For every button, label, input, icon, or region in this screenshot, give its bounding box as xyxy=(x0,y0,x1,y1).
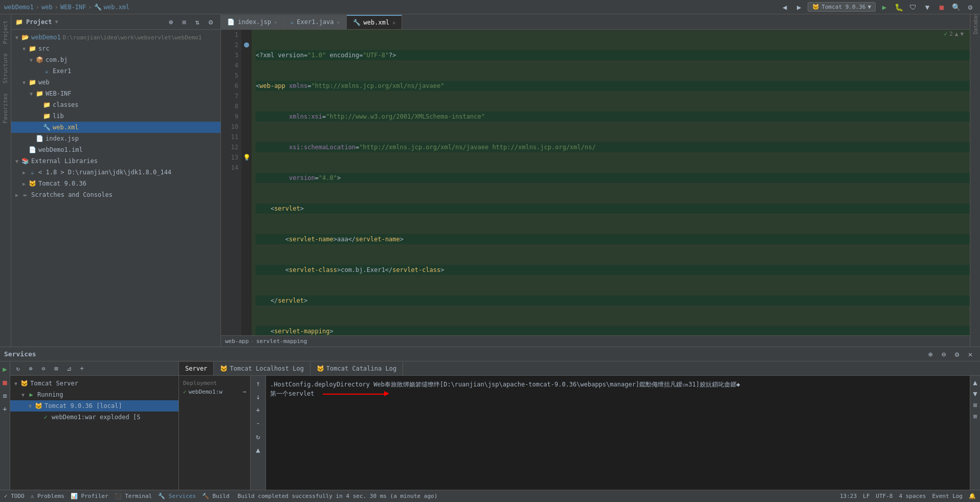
search-button[interactable]: 🔍 xyxy=(950,2,962,13)
breakpoint-marker[interactable] xyxy=(244,42,249,48)
tree-item-webxml[interactable]: 🔧 web.xml xyxy=(11,122,220,133)
run-service-button[interactable]: ▶ xyxy=(0,363,11,375)
settings-icon[interactable]: ⚙ xyxy=(205,16,216,28)
deploy-add-btn[interactable]: + xyxy=(253,404,264,416)
tree-item-web[interactable]: ▼ 📁 web xyxy=(11,77,220,88)
event-log[interactable]: Event Log xyxy=(932,493,963,499)
add-icon[interactable]: ⊕ xyxy=(165,16,176,28)
tab-exer1java[interactable]: ☕ Exer1.java ✕ xyxy=(284,15,347,29)
settings-button[interactable]: ⚙ xyxy=(965,2,976,13)
indent[interactable]: 4 spaces xyxy=(899,493,926,499)
stop-service-button[interactable]: ■ xyxy=(0,377,11,388)
deploy-refresh-btn[interactable]: ↻ xyxy=(253,431,264,442)
group-btn[interactable]: ⊞ xyxy=(51,363,62,374)
tree-item-exer1[interactable]: ☕ Exer1 xyxy=(11,65,220,77)
breadcrumb-web[interactable]: web xyxy=(41,4,53,11)
structure-icon[interactable]: ≡ xyxy=(0,390,11,401)
tab-label-indexjsp: index.jsp xyxy=(238,18,271,26)
line-ending[interactable]: LF xyxy=(863,493,870,499)
terminal-tab[interactable]: ⬛ Terminal xyxy=(115,493,152,499)
filter-btn[interactable]: ⊿ xyxy=(63,363,75,374)
settings-icon[interactable]: ⚙ xyxy=(951,349,963,360)
collapse-all-btn[interactable]: ⊖ xyxy=(38,363,49,374)
build-tab[interactable]: 🔨 Build xyxy=(202,493,230,499)
services-tree-item-tomcat936[interactable]: ▼ 🐱 Tomcat 9.0.36 [local] xyxy=(10,400,179,412)
profiler-tab[interactable]: 📊 Profiler xyxy=(71,493,108,499)
scroll-up-btn[interactable]: ▲ xyxy=(970,377,981,388)
tab-indexjsp[interactable]: 📄 index.jsp ✕ xyxy=(221,15,284,29)
deploy-check-icon: ✓ xyxy=(183,389,187,395)
expand-icon[interactable]: ⊕ xyxy=(925,349,936,360)
notifications-icon[interactable]: 🔔 xyxy=(969,493,976,499)
tree-item-classes[interactable]: 📁 classes xyxy=(11,99,220,110)
stop-button[interactable]: ■ xyxy=(936,2,947,13)
breadcrumb-webinf[interactable]: WEB-INF xyxy=(60,4,86,11)
add-btn[interactable]: + xyxy=(76,363,87,374)
run-config-selector[interactable]: 🐱 Tomcat 9.0.36 ▼ xyxy=(808,2,876,12)
scroll-down-btn[interactable]: ▼ xyxy=(970,388,981,399)
hector-down[interactable]: ▼ xyxy=(960,31,964,37)
tree-item-src[interactable]: ▼ 📁 src xyxy=(11,43,220,54)
services-tree-item-running[interactable]: ▼ ▶ Running xyxy=(10,389,179,400)
tab-server[interactable]: Server xyxy=(179,362,214,375)
tree-item-lib[interactable]: 📁 lib xyxy=(11,110,220,122)
database-icon[interactable]: Database xyxy=(970,16,981,28)
tree-item-scratches[interactable]: ▶ ✏️ Scratches and Consoles xyxy=(11,189,220,200)
collapse-icon[interactable]: ⊖ xyxy=(938,349,949,360)
problems-tab[interactable]: ⚠ Problems xyxy=(31,493,64,499)
deploy-remove-btn[interactable]: - xyxy=(253,418,264,429)
hector-up[interactable]: ▲ xyxy=(955,31,959,37)
code-line-10: <servlet-mapping> xyxy=(256,326,970,335)
bc-servletmapping[interactable]: servlet-mapping xyxy=(256,338,307,345)
code-lines[interactable]: <?xml version="1.0" encoding="UTF-8"?> <… xyxy=(252,30,970,335)
navigate-forward-button[interactable]: ▶ xyxy=(793,2,805,13)
add-service-button[interactable]: + xyxy=(0,403,11,415)
arrow-icon: ▼ xyxy=(20,46,28,52)
scroll-end-btn[interactable]: ≡ xyxy=(970,399,981,410)
deploy-up2-btn[interactable]: ▲ xyxy=(253,444,264,455)
services-tree-item-tomcat-server[interactable]: ▼ 🐱 Tomcat Server xyxy=(10,378,179,389)
deploy-arrow-icon[interactable]: → xyxy=(242,389,246,395)
expand-all-btn[interactable]: ⊕ xyxy=(25,363,36,374)
close-icon[interactable]: ✕ xyxy=(965,349,976,360)
navigate-back-button[interactable]: ◀ xyxy=(779,2,790,13)
encoding[interactable]: UTF-8 xyxy=(876,493,893,499)
tree-item-combj[interactable]: ▼ 📦 com.bj xyxy=(11,54,220,65)
tab-close-webxml[interactable]: ✕ xyxy=(392,20,395,26)
editor[interactable]: ✓ 2 ▲ ▼ 1 2 3 4 5 6 7 8 9 xyxy=(221,30,970,347)
deploy-down-btn[interactable]: ↓ xyxy=(253,391,264,402)
tree-item-webinf[interactable]: ▼ 📁 WEB-INF xyxy=(11,88,220,99)
deployment-item: ✓ webDemo1:w → xyxy=(183,389,246,395)
tab-webxml[interactable]: 🔧 web.xml ✕ xyxy=(347,15,403,29)
scroll-start-btn[interactable]: ≡ xyxy=(970,410,981,422)
coverage-button[interactable]: 🛡 xyxy=(907,2,919,13)
project-tab[interactable]: Project xyxy=(1,16,10,48)
run-button[interactable]: ▶ xyxy=(879,2,890,13)
more-run-button[interactable]: ▼ xyxy=(922,2,933,13)
tab-localhost-log[interactable]: 🐱 Tomcat Localhost Log xyxy=(214,362,310,375)
debug-button[interactable]: 🐛 xyxy=(893,2,904,13)
breadcrumb-webdemo1[interactable]: webDemo1 xyxy=(4,4,34,11)
tree-item-tomcat[interactable]: ▶ 🐱 Tomcat 9.0.36 xyxy=(11,178,220,189)
project-title-chevron[interactable]: ▼ xyxy=(55,19,58,25)
editor-area: 📄 index.jsp ✕ ☕ Exer1.java ✕ 🔧 web.xml ✕… xyxy=(221,14,970,347)
tree-item-indexjsp[interactable]: 📄 index.jsp xyxy=(11,133,220,144)
sort-icon[interactable]: ⇅ xyxy=(192,16,203,28)
tree-item-jdk[interactable]: ▶ ☕ < 1.8 > D:\ruanjian\jdk\jdk1.8.0_144 xyxy=(11,167,220,178)
favorites-tab[interactable]: Favorites xyxy=(1,89,10,128)
services-tab-status[interactable]: 🔧 Services xyxy=(158,493,196,499)
tab-catalina-log[interactable]: 🐱 Tomcat Catalina Log xyxy=(310,362,403,375)
tree-item-webdemo1iml[interactable]: 📄 webDemo1.iml xyxy=(11,144,220,155)
deploy-up-btn[interactable]: ↑ xyxy=(253,378,264,389)
refresh-service-btn[interactable]: ↻ xyxy=(12,363,24,374)
tab-close-exer1java[interactable]: ✕ xyxy=(337,19,340,25)
collapse-all-icon[interactable]: ≡ xyxy=(179,16,190,28)
tomcat-server-label: Tomcat Server xyxy=(30,380,78,387)
tree-item-extlibs[interactable]: ▼ 📚 External Libraries xyxy=(11,155,220,167)
bc-webapp[interactable]: web-app xyxy=(225,338,249,345)
tree-item-webdemo1[interactable]: ▼ 📂 webDemo1 D:\ruanjian\idea\work\webse… xyxy=(11,32,220,43)
todo-tab[interactable]: ✓ TODO xyxy=(4,493,25,499)
services-tree-item-webdemo1war[interactable]: ✓ webDemo1:war exploded [S xyxy=(10,412,179,423)
tab-close-indexjsp[interactable]: ✕ xyxy=(274,19,277,25)
structure-tab[interactable]: Structure xyxy=(1,49,10,88)
